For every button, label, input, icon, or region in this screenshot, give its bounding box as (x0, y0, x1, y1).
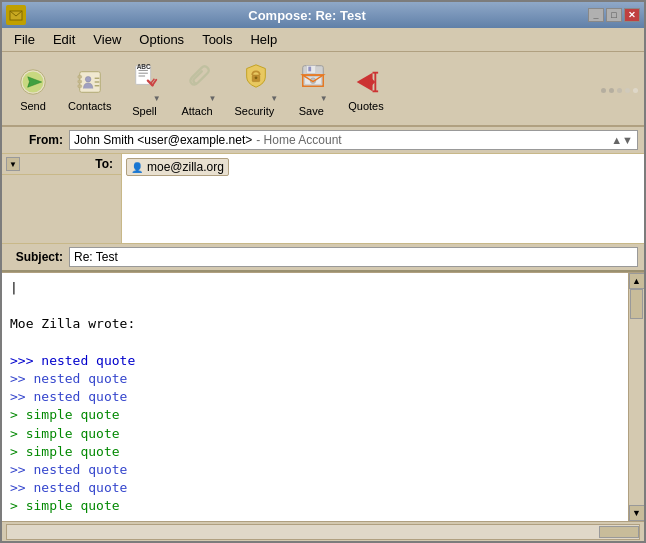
send-icon (17, 66, 49, 98)
from-field-label: From: (8, 133, 63, 147)
quotes-label: Quotes (348, 100, 383, 112)
quote-line-5: > simple quote (10, 425, 620, 443)
quote-line-3: >> nested quote (10, 388, 620, 406)
save-label: Save (299, 105, 324, 117)
toolbar: Send Contacts (2, 52, 644, 127)
menu-options[interactable]: Options (131, 30, 192, 49)
attribution-line: Moe Zilla wrote: (10, 315, 620, 333)
save-dropdown-arrow: ▼ (320, 94, 328, 103)
to-row-header: ▼ To: (2, 154, 121, 175)
window-icon (6, 5, 26, 25)
recipient-address: moe@zilla.org (147, 160, 224, 174)
svg-point-19 (255, 76, 258, 79)
recipients-area: ▼ To: 👤 moe@zilla.org (2, 154, 644, 244)
quote-line-9: > simple quote (10, 497, 620, 515)
attach-icon (183, 60, 215, 92)
svg-point-9 (85, 76, 91, 82)
quote-line-7: >> nested quote (10, 461, 620, 479)
recipient-chip: 👤 moe@zilla.org (126, 158, 229, 176)
to-dropdown-arrow[interactable]: ▼ (6, 157, 20, 171)
vertical-scrollbar[interactable]: ▲ ▼ (628, 273, 644, 521)
subject-field-label: Subject: (8, 250, 63, 264)
window-title: Compose: Re: Test (26, 8, 588, 23)
attach-dropdown-arrow: ▼ (209, 94, 217, 103)
svg-rect-7 (78, 80, 82, 83)
quotes-icon (350, 66, 382, 98)
close-button[interactable]: ✕ (624, 8, 640, 22)
attach-button[interactable]: Attach ▼ (173, 56, 224, 121)
blank-line-2 (10, 334, 620, 352)
from-value: John Smith <user@example.net> (74, 133, 252, 147)
save-icon (297, 60, 329, 92)
svg-text:ABC: ABC (137, 63, 151, 70)
spell-dropdown-arrow: ▼ (153, 94, 161, 103)
menu-file[interactable]: File (6, 30, 43, 49)
menu-view[interactable]: View (85, 30, 129, 49)
subject-row: Subject: (2, 244, 644, 272)
svg-rect-22 (309, 67, 312, 72)
security-dropdown-arrow: ▼ (270, 94, 278, 103)
blank-line (10, 297, 620, 315)
scroll-up-arrow[interactable]: ▲ (629, 273, 645, 289)
quote-line-1: >>> nested quote (10, 352, 620, 370)
save-with-arrow: Save ▼ (299, 94, 328, 117)
from-selector[interactable]: John Smith <user@example.net> - Home Acc… (69, 130, 638, 150)
statusbar (2, 521, 644, 541)
save-button[interactable]: Save ▼ (288, 56, 338, 121)
menu-help[interactable]: Help (242, 30, 285, 49)
attach-with-arrow: Attach ▼ (181, 94, 216, 117)
from-row: From: John Smith <user@example.net> - Ho… (2, 127, 644, 154)
contacts-label: Contacts (68, 100, 111, 112)
maximize-button[interactable]: □ (606, 8, 622, 22)
menubar: File Edit View Options Tools Help (2, 28, 644, 52)
activity-indicator (601, 88, 638, 93)
compose-window: Compose: Re: Test _ □ ✕ File Edit View O… (0, 0, 646, 543)
quote-line-6: > simple quote (10, 443, 620, 461)
security-label: Security (235, 105, 275, 117)
compose-editor[interactable]: | Moe Zilla wrote: >>> nested quote >> n… (2, 273, 628, 521)
spell-label: Spell (132, 105, 156, 117)
cursor-line: | (10, 279, 620, 297)
quote-line-2: >> nested quote (10, 370, 620, 388)
send-label: Send (20, 100, 46, 112)
compose-textarea-wrapper: | Moe Zilla wrote: >>> nested quote >> n… (2, 273, 644, 521)
scroll-thumb[interactable] (630, 289, 643, 319)
quote-line-4: > simple quote (10, 406, 620, 424)
spell-icon: ABC (130, 60, 162, 92)
svg-rect-6 (78, 75, 82, 78)
window-controls: _ □ ✕ (588, 8, 640, 22)
minimize-button[interactable]: _ (588, 8, 604, 22)
subject-input[interactable] (69, 247, 638, 267)
security-button[interactable]: Security ▼ (227, 56, 287, 121)
from-account: - Home Account (256, 133, 341, 147)
titlebar: Compose: Re: Test _ □ ✕ (2, 2, 644, 28)
spell-button[interactable]: ABC Spell ▼ (121, 56, 171, 121)
recipients-left: ▼ To: (2, 154, 122, 243)
to-input-area[interactable]: 👤 moe@zilla.org (122, 154, 644, 243)
security-icon (240, 60, 272, 92)
scroll-track[interactable] (629, 289, 644, 505)
quotes-button[interactable]: Quotes (340, 62, 391, 116)
menu-edit[interactable]: Edit (45, 30, 83, 49)
recipients-right[interactable]: 👤 moe@zilla.org (122, 154, 644, 243)
from-dropdown-arrow: ▲▼ (611, 134, 633, 146)
scroll-down-arrow[interactable]: ▼ (629, 505, 645, 521)
security-with-arrow: Security ▼ (235, 94, 279, 117)
send-button[interactable]: Send (8, 62, 58, 116)
to-field-label: To: (24, 157, 117, 171)
contacts-button[interactable]: Contacts (60, 62, 119, 116)
menu-tools[interactable]: Tools (194, 30, 240, 49)
recipient-icon: 👤 (131, 162, 143, 173)
quote-line-8: >> nested quote (10, 479, 620, 497)
spell-with-arrow: Spell ▼ (132, 94, 160, 117)
horizontal-scroll-thumb[interactable] (599, 526, 639, 538)
horizontal-scrollbar[interactable] (6, 524, 640, 540)
svg-rect-8 (78, 84, 82, 87)
compose-header: From: John Smith <user@example.net> - Ho… (2, 127, 644, 273)
attach-label: Attach (181, 105, 212, 117)
contacts-icon (74, 66, 106, 98)
compose-body: | Moe Zilla wrote: >>> nested quote >> n… (2, 273, 644, 541)
